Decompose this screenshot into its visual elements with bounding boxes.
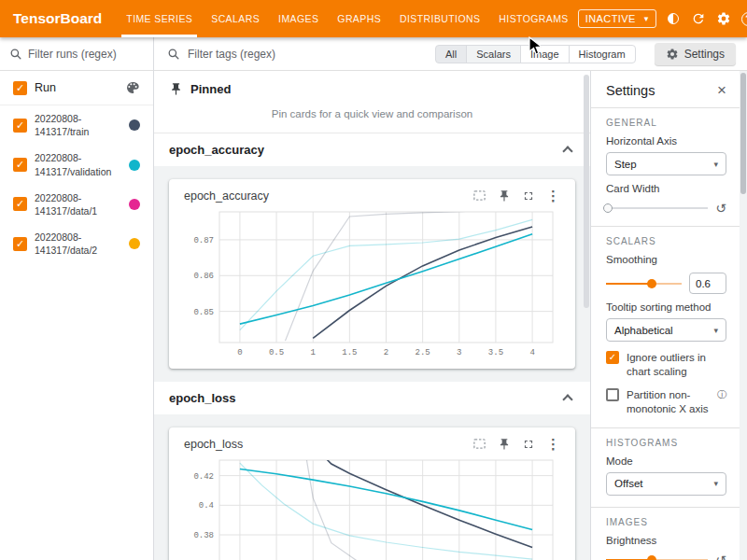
status-value: INACTIVE: [585, 13, 636, 24]
section-title: epoch_accuracy: [169, 143, 264, 157]
svg-text:4: 4: [529, 348, 534, 357]
settings-panel-header: Settings ×: [591, 71, 740, 108]
fit-to-data-icon[interactable]: [472, 189, 486, 203]
ignore-outliers-checkbox[interactable]: ✓: [606, 351, 619, 364]
fullscreen-icon[interactable]: [522, 189, 535, 203]
settings-panel: Settings × GENERAL Horizontal Axis Step …: [590, 71, 747, 560]
chevron-up-icon[interactable]: [562, 394, 572, 404]
slider-thumb[interactable]: [647, 279, 656, 288]
smoothing-label: Smoothing: [606, 254, 726, 265]
epoch-loss-chart[interactable]: 00.511.522.533.540.360.380.40.42: [176, 453, 568, 560]
run-checkbox[interactable]: ✓: [13, 237, 27, 251]
pin-icon[interactable]: [498, 189, 511, 203]
fullscreen-icon[interactable]: [522, 438, 535, 451]
tab-scalars[interactable]: SCALARS: [202, 0, 269, 37]
group-caption: HISTOGRAMS: [606, 438, 726, 448]
slider-thumb[interactable]: [647, 555, 656, 560]
brightness-label: Brightness: [606, 535, 726, 546]
run-checkbox[interactable]: ✓: [13, 158, 27, 172]
svg-text:0: 0: [237, 348, 242, 357]
chip-scalars[interactable]: Scalars: [466, 45, 521, 63]
section-header-epoch-accuracy[interactable]: epoch_accuracy: [154, 133, 590, 166]
histogram-mode-label: Mode: [606, 455, 726, 467]
slider-thumb[interactable]: [603, 203, 613, 213]
chevron-down-icon: ▾: [713, 326, 718, 335]
chip-all[interactable]: All: [435, 45, 467, 63]
brightness-row: ↺: [606, 553, 726, 560]
chevron-down-icon: ▾: [713, 479, 718, 488]
scalar-card-epoch-loss: epoch_loss ⋮ 00.511.522.533.540.360.380.…: [169, 427, 575, 560]
runs-header-row: ✓ Run: [0, 71, 153, 105]
run-row[interactable]: ✓ 20220808-141317/data/2: [0, 224, 153, 263]
pinned-section: Pinned Pin cards for a quick view and co…: [154, 71, 590, 133]
run-checkbox[interactable]: ✓: [13, 119, 27, 133]
horizontal-axis-select[interactable]: Step ▾: [606, 152, 726, 175]
tab-time-series[interactable]: TIME SERIES: [117, 0, 202, 37]
slider-fill: [606, 283, 652, 285]
pin-icon[interactable]: [498, 438, 511, 451]
tab-histograms[interactable]: HISTOGRAMS: [489, 0, 577, 37]
smoothing-slider[interactable]: [606, 278, 682, 289]
cards-scrollbar[interactable]: [583, 71, 590, 560]
smoothing-value-input[interactable]: [689, 273, 726, 294]
content: ✓ Run ✓ 20220808-141317/train ✓ 20220808…: [0, 37, 747, 560]
close-icon[interactable]: ×: [717, 82, 726, 98]
run-row[interactable]: ✓ 20220808-141317/data/1: [0, 185, 153, 224]
refresh-icon[interactable]: [691, 11, 707, 27]
epoch-accuracy-chart[interactable]: 00.511.522.533.540.850.860.87: [176, 204, 568, 367]
partition-x-axis-checkbox[interactable]: [606, 388, 619, 401]
gear-icon: [666, 48, 679, 61]
scrollbar-thumb[interactable]: [740, 73, 746, 194]
section-header-epoch-loss[interactable]: epoch_loss: [154, 382, 590, 414]
run-color-dot[interactable]: [129, 238, 140, 249]
theme-toggle-icon[interactable]: [666, 11, 682, 27]
tag-filter-input[interactable]: [188, 48, 428, 61]
select-all-runs-checkbox[interactable]: ✓: [13, 81, 27, 95]
card-width-slider[interactable]: [606, 203, 708, 214]
chip-histogram[interactable]: Histogram: [569, 45, 636, 63]
settings-scrollbar[interactable]: [740, 71, 747, 560]
run-checkbox[interactable]: ✓: [13, 197, 27, 211]
runs-column-label: Run: [35, 81, 118, 94]
svg-text:0.42: 0.42: [193, 472, 214, 482]
scrollbar-thumb[interactable]: [584, 75, 589, 308]
svg-text:0.38: 0.38: [193, 531, 214, 540]
svg-text:2.5: 2.5: [416, 348, 430, 357]
reset-icon[interactable]: ↺: [715, 202, 726, 215]
partition-x-axis-label: Partition non-monotonic X axis: [627, 388, 710, 416]
tab-graphs[interactable]: GRAPHS: [328, 0, 390, 37]
run-color-dot[interactable]: [129, 119, 140, 131]
fit-to-data-icon[interactable]: [472, 437, 486, 451]
reset-icon[interactable]: ↺: [715, 553, 726, 560]
tab-distributions[interactable]: DISTRIBUTIONS: [390, 0, 489, 37]
svg-text:1: 1: [311, 348, 316, 357]
chevron-down-icon: ▾: [713, 160, 718, 169]
chevron-up-icon[interactable]: [562, 146, 572, 156]
runs-filter-input[interactable]: [28, 48, 144, 61]
card-header: epoch_accuracy ⋮: [176, 187, 568, 204]
run-color-dot[interactable]: [129, 199, 140, 210]
run-status-dropdown[interactable]: INACTIVE ▾: [578, 9, 656, 28]
settings-group-general: GENERAL Horizontal Axis Step ▾ Card Widt…: [591, 108, 740, 227]
pinned-header: Pinned: [154, 71, 590, 102]
card-width-label: Card Width: [606, 183, 726, 194]
palette-icon[interactable]: [125, 80, 140, 95]
settings-button[interactable]: Settings: [655, 43, 736, 65]
settings-gear-icon[interactable]: [716, 11, 732, 27]
section-title: epoch_loss: [169, 391, 236, 405]
svg-text:3: 3: [457, 348, 461, 357]
tooltip-sorting-select[interactable]: Alphabetical ▾: [606, 318, 726, 342]
run-row[interactable]: ✓ 20220808-141317/train: [0, 105, 153, 145]
brightness-slider[interactable]: [606, 554, 708, 560]
more-options-icon[interactable]: ⋮: [546, 189, 560, 203]
run-color-dot[interactable]: [129, 160, 140, 171]
ignore-outliers-row: ✓ Ignore outliers in chart scaling: [606, 351, 726, 379]
histogram-mode-select[interactable]: Offset ▾: [606, 472, 726, 496]
chip-image[interactable]: Image: [520, 45, 570, 63]
run-row[interactable]: ✓ 20220808-141317/validation: [0, 145, 153, 184]
tab-images[interactable]: IMAGES: [269, 0, 328, 37]
svg-text:2: 2: [384, 348, 388, 357]
help-icon[interactable]: ?: [741, 12, 747, 26]
select-value: Offset: [614, 478, 642, 489]
more-options-icon[interactable]: ⋮: [546, 437, 560, 451]
